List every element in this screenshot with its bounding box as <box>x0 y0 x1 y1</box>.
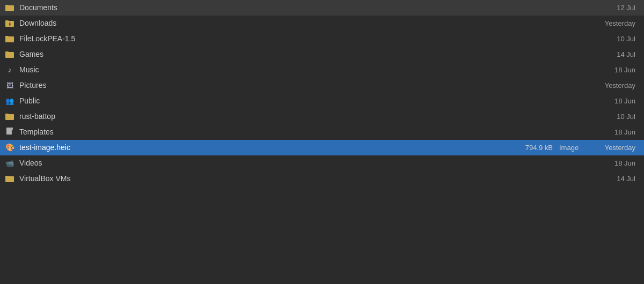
list-item[interactable]: 📹Videos18 Jun <box>0 155 644 171</box>
list-item[interactable]: 👥Public18 Jun <box>0 93 644 109</box>
file-date: 10 Jul <box>591 35 640 43</box>
file-date: 12 Jul <box>591 4 640 12</box>
file-name: Games <box>19 50 516 58</box>
file-date: 10 Jul <box>591 113 640 121</box>
folder-icon <box>4 2 15 13</box>
svg-rect-19 <box>5 176 9 177</box>
folder-icon <box>4 111 15 122</box>
music-icon: ♪ <box>4 64 15 75</box>
folder-icon <box>4 49 15 59</box>
svg-rect-14 <box>5 114 9 115</box>
image-icon: 🎨 <box>4 142 15 153</box>
file-name: Videos <box>19 159 516 167</box>
file-type: Image <box>559 144 591 152</box>
list-item[interactable]: Templates18 Jun <box>0 124 644 140</box>
pictures-icon: 🖼 <box>4 80 15 91</box>
file-name: Downloads <box>19 19 516 27</box>
file-name: test-image.heic <box>19 143 516 152</box>
list-item[interactable]: ♪Music18 Jun <box>0 62 644 78</box>
folder-icon <box>4 173 15 184</box>
list-item[interactable]: VirtualBox VMs14 Jul <box>0 171 644 186</box>
folder-icon <box>4 33 15 44</box>
file-date: Yesterday <box>591 144 640 152</box>
file-date: 14 Jul <box>591 175 640 183</box>
svg-rect-8 <box>5 36 9 38</box>
file-name: rust-battop <box>19 112 516 121</box>
videos-icon: 📹 <box>4 158 15 168</box>
file-name: Pictures <box>19 81 516 89</box>
svg-rect-16 <box>11 128 13 130</box>
file-name: VirtualBox VMs <box>19 174 516 183</box>
list-item[interactable]: Games14 Jul <box>0 47 644 62</box>
list-item[interactable]: FileLockPEA-1.510 Jul <box>0 31 644 47</box>
list-item[interactable]: rust-battop10 Jul <box>0 109 644 124</box>
templates-icon <box>4 126 15 137</box>
file-date: 18 Jun <box>591 66 640 74</box>
file-list: Documents12 Jul⬇DownloadsYesterdayFileLo… <box>0 0 644 284</box>
file-name: Templates <box>19 128 516 136</box>
list-item[interactable]: ⬇DownloadsYesterday <box>0 16 644 31</box>
file-name: Public <box>19 96 516 105</box>
file-date: 18 Jun <box>591 159 640 167</box>
file-date: Yesterday <box>591 19 640 27</box>
list-item[interactable]: 🎨test-image.heic794.9 kBImageYesterday <box>0 140 644 155</box>
file-size: 794.9 kB <box>516 144 559 152</box>
file-name: Documents <box>19 3 516 12</box>
file-date: 14 Jul <box>591 50 640 58</box>
public-icon: 👥 <box>4 95 15 106</box>
file-date: Yesterday <box>591 81 640 89</box>
list-item[interactable]: Documents12 Jul <box>0 0 644 16</box>
file-name: FileLockPEA-1.5 <box>19 34 516 43</box>
file-name: Music <box>19 65 516 74</box>
list-item[interactable]: 🖼PicturesYesterday <box>0 78 644 93</box>
svg-text:⬇: ⬇ <box>8 22 12 27</box>
file-date: 18 Jun <box>591 97 640 105</box>
svg-rect-2 <box>5 5 9 6</box>
download-folder-icon: ⬇ <box>4 18 15 28</box>
file-date: 18 Jun <box>591 128 640 136</box>
svg-rect-11 <box>5 51 9 53</box>
